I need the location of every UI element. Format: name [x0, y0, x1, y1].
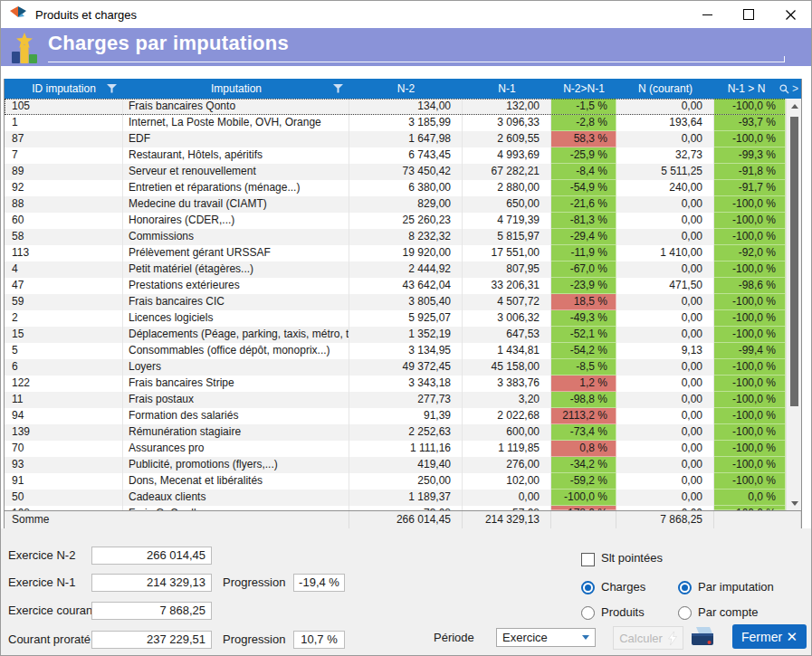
exercice-n2-label: Exercice N-2	[8, 547, 75, 565]
filter-funnel-icon[interactable]	[107, 84, 117, 93]
scrollbar-thumb[interactable]	[790, 117, 798, 406]
cell-n2: 1 189,37	[349, 490, 463, 506]
cell-n2-vs-n1-percent: -98,8 %	[551, 392, 616, 408]
table-row[interactable]: 92Entretien et réparations (ménage...)6 …	[5, 180, 801, 196]
table-row[interactable]: 4Petit matériel (étagères...)2 444,92807…	[5, 261, 801, 278]
charges-radio[interactable]	[581, 581, 595, 594]
column-label: ID imputation	[32, 82, 96, 95]
slt-pointees-checkbox[interactable]	[581, 553, 595, 566]
column-header-n-courant[interactable]: N (courant)	[616, 79, 714, 99]
cell-n1: 2 880,00	[463, 180, 551, 196]
exercice-n2-field[interactable]: 266 014,45	[91, 547, 212, 565]
table-row[interactable]: 1Internet, La Poste Mobile, OVH, Orange3…	[5, 115, 801, 131]
search-icon[interactable]	[779, 84, 789, 94]
table-row[interactable]: 139Rémunération stagiaire2 252,63600,00-…	[5, 424, 801, 441]
cell-n2: 43 642,04	[349, 278, 463, 294]
vertical-scrollbar[interactable]	[786, 99, 801, 510]
podium-star-icon	[6, 30, 43, 66]
cell-n2-vs-n1-percent: -54,2 %	[551, 343, 616, 359]
chevron-right-icon[interactable]: >	[792, 79, 798, 99]
close-window-button[interactable]	[769, 1, 811, 28]
cell-n2-vs-n1-percent: -2,8 %	[551, 115, 616, 131]
par-compte-radio[interactable]	[678, 606, 692, 620]
column-label: N-2>N-1	[563, 82, 605, 95]
table-row[interactable]: 47Prestations extérieures43 642,0433 206…	[5, 278, 801, 294]
cell-imputation: Formation des salariés	[123, 408, 349, 424]
close-x-icon: ✕	[786, 624, 798, 649]
cell-id-imputation: 4	[5, 261, 123, 278]
cell-n2-vs-n1-percent: -52,1 %	[551, 327, 616, 343]
table-row[interactable]: 108Frais GoCardless73,0857,08178,0 %0,00…	[5, 506, 801, 510]
cell-n1: 3 006,32	[463, 310, 551, 327]
cell-n1: 67 282,21	[463, 164, 551, 180]
scroll-up-arrow[interactable]	[787, 99, 801, 113]
cell-imputation: Licences logiciels	[123, 310, 349, 327]
table-row[interactable]: 58Commissions8 232,325 815,97-29,4 %0,00…	[5, 229, 801, 245]
exercice-courant-field[interactable]: 7 868,25	[91, 602, 212, 620]
table-row[interactable]: 91Dons, Mecenat et libéralités250,00102,…	[5, 473, 801, 490]
table-row[interactable]: 6Loyers49 372,4545 158,00-8,5 %0,00-100,…	[5, 359, 801, 376]
table-row[interactable]: 60Honoraires (CDER,...)25 260,234 719,39…	[5, 213, 801, 229]
cell-n1: 33 206,31	[463, 278, 551, 294]
table-row[interactable]: 7Restaurant, Hôtels, apéritifs6 743,454 …	[5, 147, 801, 164]
table-row[interactable]: 2Licences logiciels5 925,073 006,32-49,3…	[5, 310, 801, 327]
cell-n1: 647,53	[463, 327, 551, 343]
cell-id-imputation: 47	[5, 278, 123, 294]
column-label: N-1	[498, 82, 515, 95]
cell-n1: 807,95	[463, 261, 551, 278]
table-row[interactable]: 113Prélèvement gérant URSSAF19 920,0017 …	[5, 245, 801, 261]
table-row[interactable]: 5Consommables (office dépôt, monoprix...…	[5, 343, 801, 359]
courant-prorate-field[interactable]: 237 229,51	[91, 631, 212, 649]
par-imputation-radio[interactable]	[678, 581, 692, 594]
charges-radio-label: Charges	[601, 580, 645, 594]
cell-n-courant: 0,00	[616, 408, 714, 424]
cell-n2: 1 352,19	[349, 327, 463, 343]
maximize-icon	[743, 9, 754, 20]
progression-prorate-value: 10,7 %	[293, 631, 345, 649]
cell-n2: 6 380,00	[349, 180, 463, 196]
cell-n-courant: 0,00	[616, 359, 714, 376]
table-row[interactable]: 15Déplacements (Péage, parking, taxis, m…	[5, 327, 801, 343]
table-row[interactable]: 50Cadeaux clients1 189,370,00-100,0 %0,0…	[5, 490, 801, 506]
table-row[interactable]: 122Frais bancaires Stripe3 343,183 383,7…	[5, 376, 801, 392]
sum-label: Somme	[5, 511, 349, 529]
cell-id-imputation: 92	[5, 180, 123, 196]
filter-funnel-icon[interactable]	[333, 84, 343, 93]
slt-pointees-label: Slt pointées	[601, 551, 663, 565]
column-header-n1[interactable]: N-1	[463, 79, 551, 99]
table-row[interactable]: 93Publicité, promotions (flyers,...)419,…	[5, 457, 801, 473]
table-row[interactable]: 11Frais postaux277,733,20-98,8 %0,00-100…	[5, 392, 801, 408]
table-row[interactable]: 88Medecine du travail (CIAMT)829,00650,0…	[5, 196, 801, 213]
cell-id-imputation: 1	[5, 115, 123, 131]
scroll-down-arrow[interactable]	[787, 496, 801, 510]
printer-icon[interactable]	[689, 625, 716, 650]
window-title: Produits et charges	[35, 8, 137, 22]
produits-radio[interactable]	[581, 606, 595, 620]
table-row[interactable]: 94Formation des salariés91,392 022,68211…	[5, 408, 801, 424]
cell-imputation: Serveur et renouvellement	[123, 164, 349, 180]
exercice-n1-field[interactable]: 214 329,13	[91, 574, 212, 592]
calculer-button[interactable]: Calculer	[613, 626, 683, 650]
minimize-button[interactable]	[686, 1, 728, 28]
fermer-button[interactable]: Fermer ✕	[732, 624, 807, 649]
cell-n2-vs-n1-percent: -11,9 %	[551, 245, 616, 261]
table-row[interactable]: 70Assurances pro1 111,161 119,850,8 %0,0…	[5, 441, 801, 457]
column-header-n1-vs-n[interactable]: N-1 > N	[714, 79, 779, 99]
cell-n2: 6 743,45	[349, 147, 463, 164]
table-row[interactable]: 87EDF1 647,982 609,5558,3 %0,00-100,0 %	[5, 131, 801, 147]
cell-n1: 600,00	[463, 424, 551, 441]
column-header-n2-vs-n1[interactable]: N-2>N-1	[551, 79, 616, 99]
table-row[interactable]: 105Frais bancaires Qonto134,00132,00-1,5…	[5, 99, 801, 115]
maximize-button[interactable]	[728, 1, 769, 28]
cell-imputation: Frais postaux	[123, 392, 349, 408]
column-header-n2[interactable]: N-2	[349, 79, 463, 99]
table-row[interactable]: 89Serveur et renouvellement73 450,4267 2…	[5, 164, 801, 180]
cell-n-courant: 0,00	[616, 506, 714, 510]
sum-tail	[714, 511, 801, 529]
cell-id-imputation: 6	[5, 359, 123, 376]
column-header-id-imputation[interactable]: ID imputation	[5, 79, 123, 99]
table-row[interactable]: 59Frais bancaires CIC3 805,404 507,7218,…	[5, 294, 801, 310]
cell-n1-vs-n-percent: -100,0 %	[714, 261, 786, 278]
periode-dropdown[interactable]: Exercice	[496, 628, 596, 647]
column-header-imputation[interactable]: Imputation	[123, 79, 349, 99]
